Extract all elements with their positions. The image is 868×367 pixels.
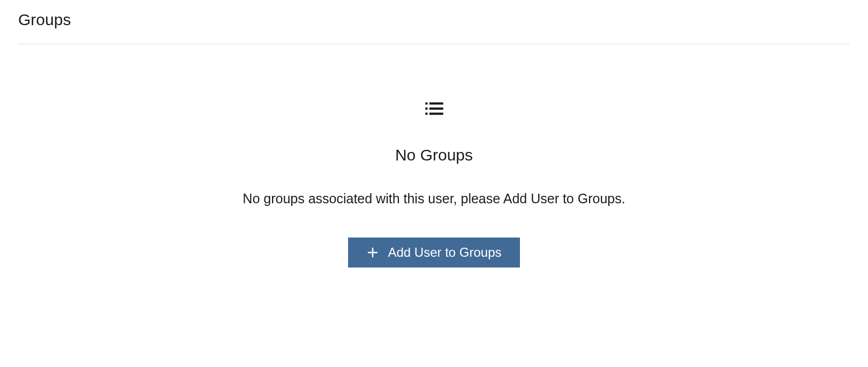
empty-state-title: No Groups bbox=[395, 146, 473, 164]
list-icon bbox=[424, 98, 445, 119]
svg-rect-4 bbox=[425, 113, 427, 115]
section-header: Groups bbox=[18, 11, 850, 44]
groups-section: Groups No Groups No groups associated wi… bbox=[0, 0, 868, 267]
add-button-label: Add User to Groups bbox=[388, 245, 501, 260]
svg-rect-5 bbox=[429, 113, 443, 115]
svg-rect-1 bbox=[429, 102, 443, 104]
svg-rect-0 bbox=[425, 102, 427, 104]
section-title: Groups bbox=[18, 11, 850, 29]
svg-rect-2 bbox=[425, 108, 427, 110]
empty-state: No Groups No groups associated with this… bbox=[18, 44, 850, 267]
svg-rect-3 bbox=[429, 108, 443, 110]
empty-state-description: No groups associated with this user, ple… bbox=[243, 191, 625, 207]
add-user-to-groups-button[interactable]: Add User to Groups bbox=[348, 238, 519, 267]
plus-icon bbox=[366, 246, 379, 259]
